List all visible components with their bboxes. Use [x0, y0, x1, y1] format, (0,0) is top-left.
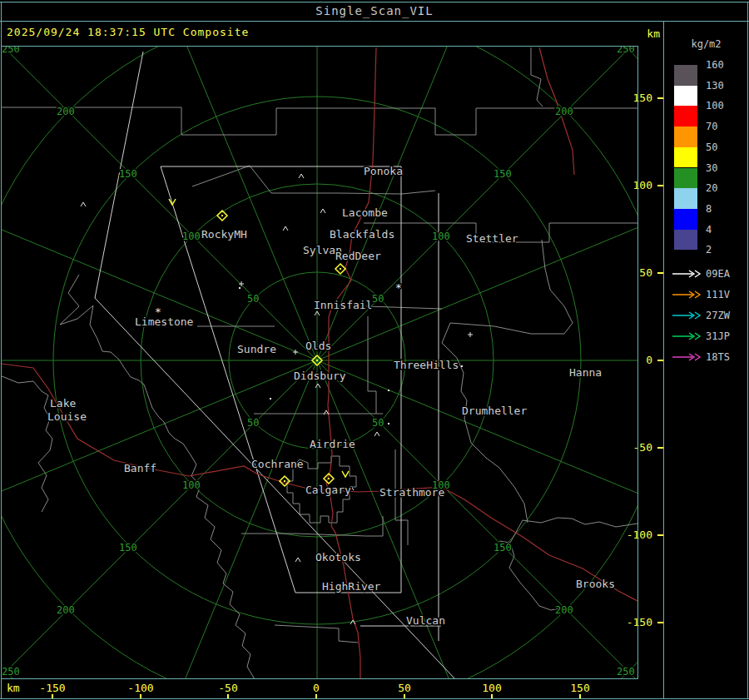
right-axis-tick-label: -150: [627, 616, 652, 628]
city-label: HighRiver: [322, 580, 381, 593]
ring-distance-label: 50: [247, 417, 259, 429]
ring-distance-label: 150: [119, 168, 137, 180]
city-label: Innisfail: [314, 299, 372, 311]
city-label: Cochrane: [251, 458, 304, 470]
city-label: Drumheller: [462, 405, 527, 417]
radar-id-label: 111V: [706, 288, 730, 301]
map-viewport[interactable]: 5010015020025050100150200250501001502002…: [0, 0, 749, 700]
legend-threshold-label: 4: [706, 224, 712, 236]
city-label: Banff: [124, 462, 156, 474]
city-label: Lake: [50, 397, 76, 410]
radar-legend-row: 18TS: [664, 350, 747, 364]
bottom-axis-tick-label: -100: [127, 682, 153, 694]
ring-distance-label: 50: [247, 293, 259, 305]
radar-site-center-dot: [316, 360, 318, 361]
ring-distance-label: 200: [57, 106, 75, 117]
bottom-axis-tick-label: 100: [482, 682, 501, 694]
radar-arrow-icon: [672, 270, 702, 278]
radar-display: 5010015020025050100150200250501001502002…: [0, 0, 749, 700]
city-label: Brooks: [576, 578, 615, 590]
city-label: Sundre: [237, 343, 276, 355]
bottom-axis-tick-label: -150: [39, 682, 65, 694]
town-dot-marker: [461, 365, 463, 367]
right-axis-tick: [657, 185, 663, 186]
legend-threshold-label: 100: [706, 100, 724, 112]
radar-id-label: 31JP: [706, 330, 730, 343]
city-label: Limestone: [135, 315, 194, 328]
ring-distance-label: 250: [2, 666, 20, 678]
legend-color-box: [674, 188, 697, 209]
legend-panel: kg/m2 1601301007050302084209EA111V27ZW31…: [664, 22, 748, 699]
ring-distance-label: 200: [57, 604, 75, 616]
right-axis-tick-label: -50: [633, 441, 652, 454]
legend-threshold-label: 70: [706, 121, 717, 132]
ring-distance-label: 50: [372, 417, 384, 429]
city-label: Lacombe: [342, 206, 388, 219]
ring-distance-label: 150: [494, 542, 512, 554]
right-axis-tick: [657, 447, 663, 449]
town-asterisk-marker: *: [395, 281, 402, 294]
right-axis-tick: [657, 272, 663, 274]
town-dot-marker: [239, 287, 241, 289]
radar-id-label: 09EA: [706, 267, 730, 280]
legend-color-box: [674, 209, 697, 230]
legend-threshold-label: 50: [706, 141, 717, 153]
radar-site-center-dot: [221, 215, 223, 216]
city-label: Stettler: [466, 232, 518, 245]
legend-unit-label: kg/m2: [664, 38, 748, 50]
ring-distance-label: 250: [2, 43, 20, 55]
city-label: RockyMH: [201, 228, 247, 241]
radar-legend-row: 09EA: [664, 267, 747, 280]
city-label: Vulcan: [406, 614, 445, 627]
right-axis-tick-label: -100: [627, 529, 652, 541]
radar-site-center-dot: [340, 268, 341, 270]
ring-distance-label: 250: [617, 666, 635, 678]
city-label: Okotoks: [315, 551, 361, 563]
legend-threshold-label: 8: [706, 203, 712, 215]
city-label: Olds: [305, 340, 331, 352]
right-axis-tick: [657, 534, 663, 536]
city-label: Airdrie: [310, 438, 355, 450]
radar-arrow-icon: [672, 311, 702, 320]
window-title: Single_Scan_VIL: [0, 2, 749, 20]
city-label: Louise: [47, 410, 87, 423]
right-axis-tick: [657, 622, 663, 623]
ring-distance-label: 100: [182, 231, 201, 242]
right-axis-unit-label: km: [624, 27, 660, 40]
legend-color-box: [674, 65, 697, 86]
city-label: Ponoka: [364, 165, 403, 177]
legend-color-box: [674, 127, 697, 147]
legend-threshold-label: 2: [706, 244, 712, 256]
right-axis-tick-label: 100: [633, 179, 652, 191]
ring-distance-label: 100: [182, 479, 201, 491]
radar-id-label: 27ZW: [706, 309, 730, 322]
right-axis-tick-label: 50: [639, 266, 652, 279]
ring-distance-label: 100: [432, 231, 450, 242]
town-dot-marker: [388, 423, 389, 424]
town-dot-marker: [388, 390, 389, 391]
city-label: Calgary: [305, 484, 351, 496]
right-axis-tick: [657, 360, 663, 361]
city-label: ThreeHills: [394, 359, 459, 371]
bottom-axis-unit-label: km: [7, 682, 20, 694]
radar-legend-row: 111V: [664, 288, 747, 301]
radar-legend-row: 27ZW: [664, 309, 747, 322]
ring-distance-label: 150: [119, 542, 137, 554]
ring-distance-label: 50: [372, 293, 384, 305]
legend-color-box: [674, 230, 697, 251]
legend-color-box: [674, 86, 697, 107]
legend-color-box: [674, 147, 697, 168]
town-dot-marker: [270, 398, 271, 400]
radar-site-center-dot: [328, 478, 330, 479]
radar-arrow-icon: [672, 332, 702, 340]
radar-site-center-dot: [284, 480, 285, 482]
right-axis-tick-label: 150: [633, 92, 652, 104]
bottom-axis-tick-label: 0: [313, 682, 320, 694]
radar-id-label: 18TS: [706, 350, 730, 364]
scan-timestamp: 2025/09/24 18:37:15 UTC Composite: [7, 26, 249, 38]
legend-threshold-label: 20: [706, 182, 717, 194]
legend-threshold-label: 130: [706, 80, 724, 92]
ring-distance-label: 250: [617, 43, 635, 55]
ring-distance-label: 200: [555, 604, 573, 616]
legend-color-box: [674, 106, 697, 127]
